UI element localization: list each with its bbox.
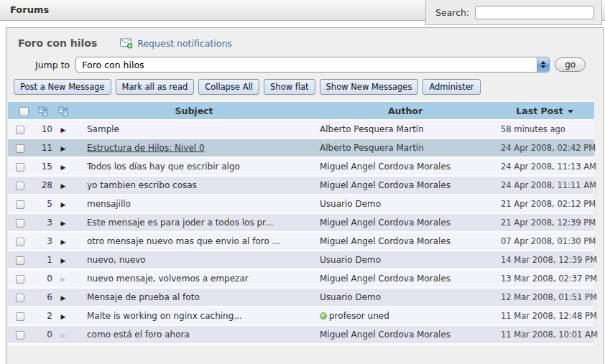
online-indicator	[320, 312, 327, 319]
reply-count: 11	[32, 139, 54, 157]
thread-sort-icon	[58, 106, 68, 116]
table-row: 3 ▶ otro mensaje nuevo mas que envio al …	[8, 233, 594, 250]
row-checkbox[interactable]	[16, 163, 24, 172]
expand-thread-icon[interactable]: ▶	[61, 145, 66, 152]
author-text: Miguel Angel Cordova Morales	[320, 274, 451, 284]
request-notifications-link[interactable]: Request notifications	[120, 38, 232, 49]
table-row: 0 ▶ nuevo mensaje, volvemos a empezar Mi…	[8, 270, 594, 287]
author-text: Miguel Angel Cordova Morales	[320, 218, 451, 228]
table-row: 5 ▶ mensajillo Usuario Demo 21 Apr 2008,…	[8, 195, 594, 213]
row-checkbox[interactable]	[16, 256, 24, 265]
table-row: 10 ▶ Sample Alberto Pesquera Martín 58 m…	[8, 121, 594, 138]
last-post-text: 13 Mar 2008, 02:37 PM	[495, 270, 594, 287]
subject-cell[interactable]: Estructura de Hilos: Nivel 0	[73, 139, 315, 157]
last-post-header-label: Last Post	[516, 106, 563, 116]
expand-thread-icon[interactable]: ▶	[61, 294, 66, 302]
subject-cell[interactable]: Malte is working on nginx caching...	[73, 307, 315, 325]
row-checkbox[interactable]	[16, 200, 24, 209]
subject-cell[interactable]: otro mensaje nuevo mas que envio al foro…	[73, 233, 315, 250]
author-text: Alberto Pesquera Martín	[320, 124, 424, 134]
expand-thread-icon[interactable]: ▶	[61, 182, 66, 190]
message-count-sort-icon	[38, 106, 48, 116]
subject-cell[interactable]: Mensaje de prueba al foto	[73, 289, 315, 306]
author-text: Miguel Angel Cordova Morales	[320, 162, 451, 172]
show-new-messages-button[interactable]: Show New Messages	[320, 79, 419, 95]
mark-all-read-button[interactable]: Mark all as read	[116, 79, 195, 95]
go-button[interactable]: go	[555, 57, 586, 72]
subject-text: Mensaje de prueba al foto	[87, 292, 200, 302]
row-checkbox[interactable]	[16, 144, 24, 153]
forum-title: Foro con hilos	[18, 37, 97, 49]
table-row: 11 ▶ Estructura de Hilos: Nivel 0 Albert…	[8, 139, 594, 157]
last-post-text: 11 Mar 2008, 12:48 PM	[495, 307, 594, 325]
select-all-checkbox[interactable]	[19, 107, 29, 116]
last-post-text: 12 Mar 2008, 01:51 PM	[495, 289, 594, 306]
subject-text: Malte is working on nginx caching...	[87, 311, 242, 321]
table-row: 2 ▶ Malte is working on nginx caching...…	[8, 307, 594, 325]
author-text: Usuario Demo	[320, 199, 381, 209]
table-row: 15 ▶ Todos los días hay que escribir alg…	[8, 158, 594, 175]
author-column-header[interactable]: Author	[315, 102, 495, 119]
expand-thread-icon[interactable]: ▶	[61, 201, 66, 208]
row-checkbox[interactable]	[16, 312, 24, 321]
subject-text: nuevo, nuevo	[87, 255, 146, 265]
subject-cell[interactable]: Todos los días hay que escribir algo	[73, 158, 315, 175]
reply-count: 3	[32, 233, 54, 250]
forum-panel: Foro con hilos Request notifications Jum…	[6, 27, 604, 364]
subject-cell[interactable]: Sample	[73, 121, 315, 138]
select-stepper-icon	[537, 57, 549, 72]
reply-count: 28	[32, 177, 54, 194]
last-post-text: 21 Apr 2008, 02:12 PM	[495, 195, 594, 213]
sort-by-replies-header[interactable]	[32, 102, 54, 119]
table-row: 6 ▶ Mensaje de prueba al foto Usuario De…	[8, 289, 594, 306]
expand-thread-icon[interactable]: ▶	[61, 238, 66, 246]
subject-cell[interactable]: como está el foro ahora	[73, 326, 315, 343]
toolbar: Post a New Message Mark all as read Coll…	[14, 79, 603, 95]
author-text: Miguel Angel Cordova Morales	[320, 236, 451, 246]
jump-to-selected-value: Foro con hilos	[76, 60, 537, 70]
row-checkbox[interactable]	[16, 182, 24, 190]
table-row: 1 ▶ nuevo, nuevo Usuario Demo 14 Mar 200…	[8, 251, 594, 269]
search-input[interactable]	[475, 6, 594, 19]
row-checkbox[interactable]	[16, 219, 24, 228]
expand-thread-icon: ▶	[61, 332, 66, 339]
post-new-message-button[interactable]: Post a New Message	[14, 79, 111, 95]
jump-to-select[interactable]: Foro con hilos	[75, 57, 550, 73]
row-checkbox[interactable]	[16, 238, 24, 246]
subject-text: Todos los días hay que escribir algo	[87, 162, 240, 172]
subject-cell[interactable]: yo tambien escribo cosas	[73, 177, 315, 194]
expand-thread-icon[interactable]: ▶	[61, 313, 66, 320]
subject-cell[interactable]: mensajillo	[73, 195, 315, 213]
row-checkbox[interactable]	[16, 331, 24, 340]
reply-count: 3	[32, 214, 54, 231]
expand-thread-icon[interactable]: ▶	[61, 126, 66, 134]
subject-cell[interactable]: nuevo mensaje, volvemos a empezar	[73, 270, 315, 287]
jump-to-row: Jump to Foro con hilos go	[35, 57, 603, 73]
last-post-column-header[interactable]: Last Post	[495, 102, 594, 119]
subject-cell[interactable]: nuevo, nuevo	[73, 251, 315, 269]
forum-title-row: Foro con hilos Request notifications	[6, 28, 603, 49]
reply-count: 10	[32, 121, 54, 138]
administer-button[interactable]: Administer	[422, 79, 480, 95]
author-text: Miguel Angel Cordova Morales	[320, 330, 451, 340]
subject-cell[interactable]: Este mensaje es para joder a todos los p…	[73, 214, 315, 231]
subject-text: Estructura de Hilos: Nivel 0	[87, 143, 205, 153]
thread-table-body: 10 ▶ Sample Alberto Pesquera Martín 58 m…	[8, 121, 594, 343]
table-header-row: Subject Author Last Post	[8, 102, 594, 119]
expand-thread-icon[interactable]: ▶	[61, 257, 66, 264]
row-checkbox[interactable]	[16, 126, 24, 134]
author-header-label: Author	[388, 106, 422, 116]
last-post-text: 21 Apr 2008, 12:39 PM	[495, 214, 594, 231]
show-flat-button[interactable]: Show flat	[264, 79, 315, 95]
author-text: Alberto Pesquera Martín	[320, 143, 424, 153]
subject-text: como está el foro ahora	[87, 330, 190, 340]
row-checkbox[interactable]	[16, 275, 24, 284]
author-text: Usuario Demo	[320, 255, 381, 265]
expand-thread-icon[interactable]: ▶	[61, 220, 66, 227]
row-checkbox[interactable]	[16, 294, 24, 302]
expand-thread-icon[interactable]: ▶	[61, 164, 66, 171]
sort-by-threads-header[interactable]	[54, 102, 73, 119]
collapse-all-button[interactable]: Collapse All	[198, 79, 259, 95]
subject-column-header[interactable]: Subject	[73, 102, 315, 119]
author-text: Miguel Angel Cordova Morales	[320, 180, 451, 190]
